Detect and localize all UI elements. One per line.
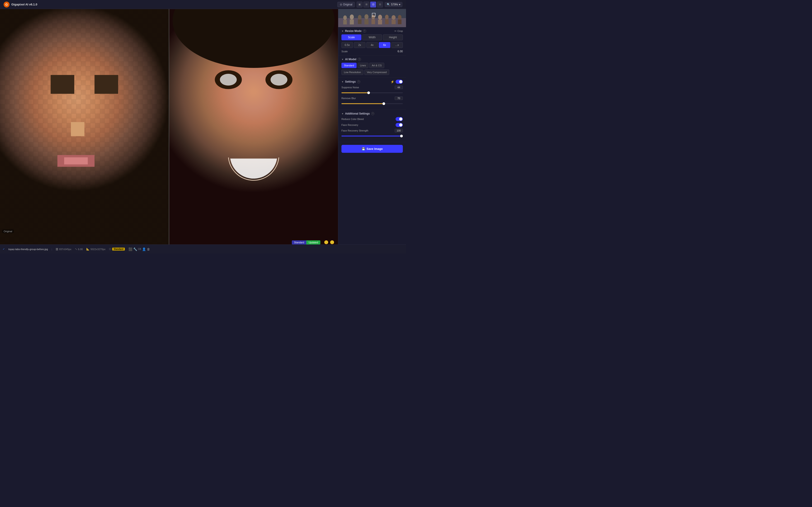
settings-header: ▼ Settings ? ⚡ <box>342 80 403 84</box>
scale-4x-button[interactable]: 4x <box>366 42 378 48</box>
resize-mode-help-icon[interactable]: ? <box>363 30 366 33</box>
resize-mode-title: Resize Mode <box>345 30 362 33</box>
scale-value: 6.00 <box>398 50 403 53</box>
updated-badge: Updated <box>306 240 320 244</box>
ai-model-help-icon[interactable]: ? <box>358 58 361 61</box>
cb-label: CB <box>138 248 141 250</box>
original-button[interactable]: ⊙ Original <box>337 2 355 7</box>
reduce-color-bleed-row: Reduce Color Bleed <box>342 117 403 121</box>
settings-toggle[interactable] <box>396 80 403 84</box>
scale-6x-button[interactable]: 6x <box>379 42 390 48</box>
original-icon: ⊙ <box>340 3 342 6</box>
ai-model-row1: Standard Lines Art & CG <box>342 63 403 68</box>
additional-settings-title: Additional Settings <box>345 112 370 115</box>
crop-button[interactable]: ✂ Crop <box>395 30 403 33</box>
app-title: Gigapixel AI v6.1.0 <box>11 3 37 6</box>
reduce-color-bleed-toggle[interactable] <box>396 117 403 121</box>
face-recovery-strength-label-row: Face Recovery Strength 100 <box>342 129 403 132</box>
thumbnail-image <box>338 9 406 27</box>
layers-icon: ⬛ <box>129 247 132 251</box>
svg-rect-21 <box>398 19 401 24</box>
face-recovery-strength-value: 100 <box>395 129 403 132</box>
scale-options-group: 0.5x 2x 4x 6x ...x <box>342 42 403 48</box>
compare-bar: Standard Updated 🙁 🙂 <box>292 240 335 244</box>
standard-badge: Standard <box>292 240 307 244</box>
additional-settings-chevron-icon[interactable]: ▼ <box>342 112 344 115</box>
status-check-icon: ✓ <box>3 247 5 250</box>
model-icon: ⬡ <box>109 247 111 250</box>
face-recovery-strength-row: Face Recovery Strength 100 <box>342 129 403 137</box>
svg-rect-19 <box>392 20 396 24</box>
face-recovery-toggle[interactable] <box>396 123 403 127</box>
resize-dimension-group: Scale Width Height <box>342 35 403 40</box>
face-recovery-label: Face Recovery <box>342 124 358 126</box>
status-extra-icons: ⬛ 🔧 CB 👤 🗑 <box>129 247 150 251</box>
additional-settings-section: ▼ Additional Settings ? Reduce Color Ble… <box>338 110 406 142</box>
status-model-badge: Standard <box>112 247 124 250</box>
model-lines-button[interactable]: Lines <box>358 63 368 68</box>
enhanced-image-side <box>169 9 338 244</box>
view-split-button[interactable]: ⊞ <box>363 2 369 7</box>
svg-point-18 <box>392 15 396 20</box>
scale-label: Scale <box>342 50 348 53</box>
zoom-control[interactable]: 🔍 579% ▾ <box>385 2 402 7</box>
status-bar: ✓ topaz-labs-friendly-group-before.jpg |… <box>0 244 406 253</box>
ai-model-section: ▼ AI Model ? Standard Lines Art & CG Low… <box>338 55 406 77</box>
resize-mode-chevron-icon[interactable]: ▼ <box>342 30 344 33</box>
svg-point-14 <box>378 15 382 20</box>
image-comparison <box>0 9 338 244</box>
model-standard-button[interactable]: Standard <box>342 63 357 68</box>
svg-rect-9 <box>358 19 362 24</box>
suppress-noise-label: Suppress Noise <box>342 86 359 89</box>
svg-rect-7 <box>350 19 354 24</box>
svg-point-16 <box>385 15 389 19</box>
width-button[interactable]: Width <box>362 35 382 40</box>
suppress-noise-value: 44 <box>395 86 403 89</box>
face-recovery-strength-slider[interactable] <box>342 135 403 136</box>
model-artcg-button[interactable]: Art & CG <box>369 63 384 68</box>
ai-model-title-group: ▼ AI Model ? <box>342 58 361 61</box>
compare-badges: Standard Updated <box>292 240 320 244</box>
view-single-button[interactable]: ▣ <box>357 2 362 7</box>
face-recovery-row: Face Recovery <box>342 123 403 127</box>
settings-chevron-icon[interactable]: ▼ <box>342 80 344 83</box>
additional-settings-help-icon[interactable]: ? <box>371 112 374 115</box>
app-branding: G Gigapixel AI v6.1.0 <box>4 2 37 7</box>
model-compressed-button[interactable]: Very Compressed <box>364 69 389 75</box>
scale-icon: ⤡ <box>75 247 77 250</box>
resize-mode-section: ▼ Resize Mode ? ✂ Crop Scale Width Heigh… <box>338 27 406 55</box>
view-compare-button[interactable]: ⊡ <box>370 2 376 7</box>
model-lowres-button[interactable]: Low Resolution <box>342 69 363 75</box>
trash-icon[interactable]: 🗑 <box>147 247 150 251</box>
thumbsup-icon[interactable]: 🙂 <box>330 240 335 244</box>
remove-blur-slider[interactable] <box>342 103 403 104</box>
scale-value-row: Scale 6.00 <box>342 50 403 53</box>
svg-point-6 <box>350 14 354 19</box>
zoom-chevron-icon: ▾ <box>399 3 400 6</box>
additional-settings-header: ▼ Additional Settings ? <box>342 112 403 115</box>
scale-0-5x-button[interactable]: 0.5x <box>342 42 353 48</box>
scale-custom-button[interactable]: ...x <box>391 42 403 48</box>
settings-help-icon[interactable]: ? <box>357 80 360 83</box>
save-image-button[interactable]: 💾 Save Image <box>342 145 403 153</box>
thumbsdown-icon[interactable]: 🙁 <box>324 240 328 244</box>
settings-toggle-group: ⚡ <box>391 80 403 84</box>
ai-model-chevron-icon[interactable]: ▼ <box>342 58 344 61</box>
zoom-icon: 🔍 <box>387 3 390 6</box>
height-button[interactable]: Height <box>383 35 403 40</box>
original-label: Original <box>2 229 14 233</box>
thumbnail-svg <box>338 9 406 27</box>
topbar: G Gigapixel AI v6.1.0 ⊙ Original ▣ ⊞ ⊡ ⊟… <box>0 0 406 9</box>
suppress-noise-slider[interactable] <box>342 92 403 93</box>
thumbnail-area <box>338 9 406 27</box>
resize-mode-header: ▼ Resize Mode ? ✂ Crop <box>342 30 403 33</box>
remove-blur-label: Remove Blur <box>342 97 356 100</box>
ai-model-row2: Low Resolution Very Compressed <box>342 69 403 75</box>
scale-2x-button[interactable]: 2x <box>354 42 365 48</box>
view-overlay-button[interactable]: ⊟ <box>377 2 383 7</box>
original-image-side <box>0 9 169 244</box>
svg-rect-15 <box>378 20 382 24</box>
scale-button[interactable]: Scale <box>342 35 361 40</box>
topbar-controls: ⊙ Original ▣ ⊞ ⊡ ⊟ 🔍 579% ▾ <box>337 2 402 7</box>
save-icon: 💾 <box>362 147 365 151</box>
